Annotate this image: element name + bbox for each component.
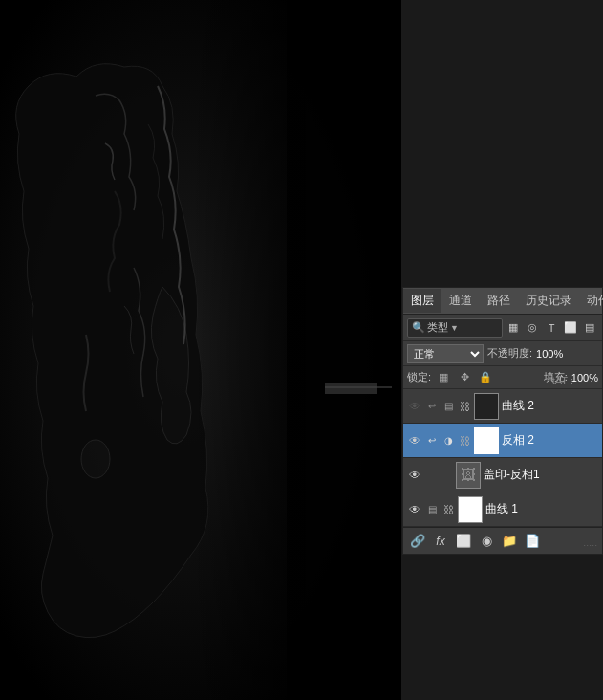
blend-mode-select[interactable]: 正常 xyxy=(407,344,484,363)
visibility-icon[interactable]: 👁 xyxy=(407,399,422,414)
arrow-icon: ↩ xyxy=(425,434,439,448)
tab-paths[interactable]: 路径 xyxy=(480,289,518,313)
layer-row[interactable]: 👁 ▤ ⛓ 曲线 1 xyxy=(403,492,602,527)
invert-icon: ◑ xyxy=(441,434,455,448)
lock-position-btn[interactable]: ✥ xyxy=(456,369,473,386)
status-text: tAT : xyxy=(552,375,573,386)
visibility-icon[interactable]: 👁 xyxy=(407,468,422,483)
svg-point-1 xyxy=(81,440,110,478)
smart-filter-btn[interactable]: ▤ xyxy=(581,319,598,337)
svg-rect-5 xyxy=(325,383,377,394)
layer-name: 曲线 2 xyxy=(502,398,598,414)
type-label: 类型 xyxy=(427,320,448,335)
chain-icon: ⛓ xyxy=(458,400,471,413)
layers-area: 👁 ↩ ▤ ⛓ 曲线 2 👁 ↩ ◑ ⛓ 反相 2 👁 🖼 盖印-反相1 👁 xyxy=(403,389,602,527)
new-layer-icon[interactable]: 📄 xyxy=(524,533,541,550)
arrow-icon: ↩ xyxy=(425,400,439,413)
new-group-icon[interactable]: 📁 xyxy=(501,533,518,550)
new-adjustment-icon[interactable]: ◉ xyxy=(478,533,495,550)
lock-label: 锁定: xyxy=(407,370,431,384)
layer-row[interactable]: 👁 ↩ ▤ ⛓ 曲线 2 xyxy=(403,389,602,424)
tab-actions[interactable]: 动作 xyxy=(579,289,603,313)
search-icon: 🔍 xyxy=(412,321,425,334)
layer-thumbnail: 🖼 xyxy=(456,462,481,489)
panel-tabs: 图层 通道 路径 历史记录 动作 xyxy=(403,288,602,315)
add-mask-icon[interactable]: ⬜ xyxy=(455,533,472,550)
mask-icon: ▤ xyxy=(425,503,439,516)
chain-icon: ⛓ xyxy=(458,434,471,448)
filter-toolbar: 🔍 类型 ▼ ▦ ◎ T ⬜ ▤ xyxy=(403,315,602,341)
lock-artboards-btn[interactable]: 🔒 xyxy=(477,369,494,386)
shape-filter-btn[interactable]: ⬜ xyxy=(562,319,579,337)
layer-name: 反相 2 xyxy=(502,432,598,448)
layer-row[interactable]: 👁 🖼 盖印-反相1 xyxy=(403,458,602,492)
layer-thumbnail xyxy=(474,427,499,454)
tab-history[interactable]: 历史记录 xyxy=(518,289,579,313)
bottom-toolbar: 🔗 fx ⬜ ◉ 📁 📄 · · · · · xyxy=(403,527,602,554)
layer-name: 盖印-反相1 xyxy=(484,467,598,483)
layers-panel: 图层 通道 路径 历史记录 动作 🔍 类型 ▼ ▦ ◎ T ⬜ ▤ 正常 不透明… xyxy=(402,287,603,555)
tab-channels[interactable]: 通道 xyxy=(441,289,480,313)
adjustment-filter-btn[interactable]: ◎ xyxy=(524,319,541,337)
pixel-filter-btn[interactable]: ▦ xyxy=(505,319,522,337)
blend-opacity-row: 正常 不透明度: 100% xyxy=(403,341,602,366)
drag-handle: · · · · · xyxy=(583,540,596,552)
layer-name: 曲线 1 xyxy=(485,501,598,517)
type-filter-btn[interactable]: T xyxy=(543,319,560,337)
figure-svg xyxy=(0,0,401,700)
search-box[interactable]: 🔍 类型 ▼ xyxy=(407,318,503,338)
fill-value: 100% xyxy=(571,372,598,383)
layer-thumbnail xyxy=(458,496,483,523)
opacity-label: 不透明度: xyxy=(487,346,532,361)
tab-layers[interactable]: 图层 xyxy=(403,289,441,313)
svg-rect-3 xyxy=(191,0,306,700)
visibility-icon[interactable]: 👁 xyxy=(407,433,422,448)
visibility-icon[interactable]: 👁 xyxy=(407,502,422,517)
lock-pixels-btn[interactable]: ▦ xyxy=(435,369,452,386)
fx-icon[interactable]: fx xyxy=(432,533,449,550)
link-layers-icon[interactable]: 🔗 xyxy=(409,533,426,550)
adjustment-icon: ▤ xyxy=(441,400,455,413)
opacity-value: 100% xyxy=(536,348,563,360)
dropdown-arrow: ▼ xyxy=(450,323,459,333)
chain-icon: ⛓ xyxy=(441,503,455,516)
layer-thumbnail xyxy=(474,393,499,420)
layer-row[interactable]: 👁 ↩ ◑ ⛓ 反相 2 xyxy=(403,424,602,458)
